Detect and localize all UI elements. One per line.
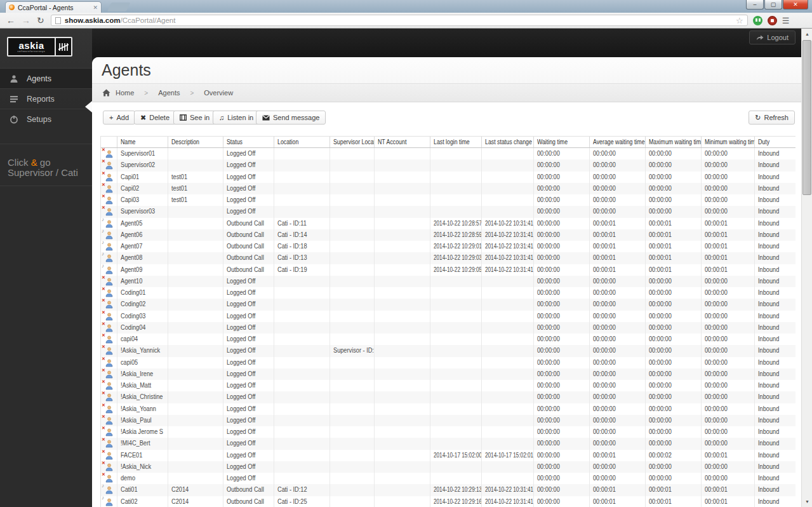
sidebar-item-setups[interactable]: Setups xyxy=(0,109,92,129)
cell-status: Outbound Call xyxy=(223,264,274,276)
table-row[interactable]: ✕ Coding02 Logged Off 00:00:00 00:00:00 … xyxy=(101,299,795,310)
url-bar[interactable]: show.askia.com/CcaPortal/Agent ☆ xyxy=(51,15,748,26)
browser-tab[interactable]: CcaPortal - Agents ✕ xyxy=(5,1,102,13)
table-row[interactable]: ✕ !Askia_Nick Logged Off 00:00:00 00:00:… xyxy=(101,461,795,473)
tab-close-icon[interactable]: ✕ xyxy=(93,4,98,11)
see-in-button[interactable]: See in xyxy=(173,111,216,125)
header-cell[interactable]: Last login time xyxy=(430,137,483,147)
table-row[interactable]: ✕ Capi02 test01 Logged Off 00:00:00 00:0… xyxy=(101,183,795,194)
table-row[interactable]: ✕ capi05 Logged Off 00:00:00 00:00:00 00… xyxy=(101,357,795,368)
cell-waiting-time: 00:00:00 xyxy=(534,461,590,473)
bookmark-star-icon[interactable]: ☆ xyxy=(736,16,743,25)
cell-maximum-waiting-time: 00:00:01 xyxy=(646,252,702,264)
cell-average-waiting-time: 00:00:00 xyxy=(590,461,646,473)
table-row[interactable]: ♪ Agent06 Outbound Call Cati - ID:14 201… xyxy=(101,229,795,241)
cell-nt-account xyxy=(375,450,430,461)
table-row[interactable]: ✕ !Askia Jerome S Logged Off 00:00:00 00… xyxy=(101,426,795,438)
refresh-button[interactable]: ↻ Refresh xyxy=(749,111,795,125)
cell-icon: ✕ xyxy=(101,334,117,345)
extension-green-icon[interactable] xyxy=(753,16,762,25)
cell-average-waiting-time: 00:00:01 xyxy=(590,241,646,252)
table-row[interactable]: ✕ Coding03 Logged Off 00:00:00 00:00:00 … xyxy=(101,311,795,322)
add-button[interactable]: + Add xyxy=(103,111,135,125)
send-message-button[interactable]: Send message xyxy=(256,111,326,125)
breadcrumb-item-agents[interactable]: Agents xyxy=(158,89,180,97)
header-cell[interactable]: Description xyxy=(168,137,223,147)
table-row[interactable]: ✕ Supervisor03 Logged Off 00:00:00 00:00… xyxy=(101,206,795,217)
header-cell[interactable] xyxy=(101,137,117,147)
header-cell[interactable]: Minimum waiting time xyxy=(702,137,755,147)
header-cell[interactable]: Location xyxy=(274,137,330,147)
forward-button[interactable]: → xyxy=(22,15,30,25)
table-row[interactable]: ✕ Capi01 test01 Logged Off 00:00:00 00:0… xyxy=(101,172,795,183)
cell-last-status-change xyxy=(482,380,534,391)
table-row[interactable]: ♪ Agent07 Outbound Call Cati - ID:18 201… xyxy=(101,241,795,252)
table-row[interactable]: ♪ Agent05 Outbound Call Cati - ID:11 201… xyxy=(101,218,795,229)
browser-refresh-button[interactable]: ↻ xyxy=(37,15,44,25)
cell-name: !Askia_Yannick xyxy=(117,345,168,356)
header-cell[interactable]: Maximum waiting time xyxy=(646,137,702,147)
table-row[interactable]: ✕ !Askia_Christine Logged Off 00:00:00 0… xyxy=(101,391,795,403)
scrollbar[interactable]: ▲ ▼ xyxy=(801,29,812,507)
scroll-down-button[interactable]: ▼ xyxy=(802,496,812,507)
close-button[interactable]: ✕ xyxy=(783,0,808,10)
extension-red-icon[interactable] xyxy=(768,16,777,25)
table-row[interactable]: ✕ !Askia_Paul Logged Off 00:00:00 00:00:… xyxy=(101,415,795,426)
table-row[interactable]: ♪ Cati02 C2014 Outbound Call Cati - ID:2… xyxy=(101,496,795,507)
cell-waiting-time: 00:00:00 xyxy=(534,368,590,380)
table-row[interactable]: ✕ !Askia_Yoann Logged Off 00:00:00 00:00… xyxy=(101,403,795,415)
table-row[interactable]: ✕ Supervisor02 Logged Off 00:00:00 00:00… xyxy=(101,159,795,171)
cell-duty: Inbound xyxy=(755,159,795,171)
table-row[interactable]: ✕ Supervisor01 Logged Off 00:00:00 00:00… xyxy=(101,148,795,159)
table-row[interactable]: ✕ !Askia_Matt Logged Off 00:00:00 00:00:… xyxy=(101,380,795,391)
cell-name: !Askia_Matt xyxy=(117,380,168,391)
header-cell[interactable]: Last status change xyxy=(482,137,534,147)
cell-status: Logged Off xyxy=(223,159,274,171)
table-row[interactable]: ✕ Agent10 Logged Off 00:00:00 00:00:00 0… xyxy=(101,276,795,287)
header-cell[interactable]: Status xyxy=(223,137,274,147)
table-row[interactable]: ✕ Capi03 test01 Logged Off 00:00:00 00:0… xyxy=(101,194,795,206)
cell-nt-account xyxy=(375,172,430,183)
sidebar-item-agents[interactable]: Agents xyxy=(0,68,92,88)
cell-name: capi04 xyxy=(117,334,168,345)
table-row[interactable]: ✕ !Askia_Irene Logged Off 00:00:00 00:00… xyxy=(101,368,795,380)
header-cell[interactable]: Name xyxy=(117,137,168,147)
breadcrumb-item-home[interactable]: Home xyxy=(116,89,134,97)
home-icon[interactable] xyxy=(102,89,110,97)
table-row[interactable]: ✕ capi04 Logged Off 00:00:00 00:00:00 00… xyxy=(101,334,795,345)
scroll-up-button[interactable]: ▲ xyxy=(802,29,812,39)
delete-button[interactable]: ✖ Delete xyxy=(134,111,176,125)
cell-average-waiting-time: 00:00:01 xyxy=(590,252,646,264)
minimize-button[interactable]: – xyxy=(746,0,764,10)
header-cell[interactable]: Average waiting time xyxy=(590,137,646,147)
cell-minimum-waiting-time: 00:00:00 xyxy=(702,391,755,403)
table-row[interactable]: ♪ Agent09 Outbound Call Cati - ID:19 201… xyxy=(101,264,795,276)
table-row[interactable]: ✕ !Askia_Yannick Logged Off Supervisor -… xyxy=(101,345,795,356)
header-cell[interactable]: Waiting time xyxy=(534,137,590,147)
cell-maximum-waiting-time: 00:00:01 xyxy=(646,496,702,507)
table-row[interactable]: ✕ demo Logged Off 00:00:00 00:00:00 00:0… xyxy=(101,473,795,484)
header-cell[interactable]: NT Account xyxy=(375,137,430,147)
table-row[interactable]: ♪ Cati01 C2014 Outbound Call Cati - ID:1… xyxy=(101,484,795,496)
agent-status-icon: ✕ xyxy=(104,196,114,205)
browser-menu-button[interactable]: ☰ xyxy=(782,16,790,25)
table-row[interactable]: ✕ FACE01 Logged Off 2014-10-17 15:02:00 … xyxy=(101,450,795,461)
new-tab-button[interactable] xyxy=(107,3,131,11)
table-row[interactable]: ✕ !MI4C_Bert Logged Off 00:00:00 00:00:0… xyxy=(101,438,795,449)
table-row[interactable]: ♪ Agent08 Outbound Call Cati - ID:13 201… xyxy=(101,252,795,264)
maximize-button[interactable]: ▢ xyxy=(764,0,782,10)
listen-in-button[interactable]: ♫ Listen in xyxy=(213,111,260,125)
cell-description xyxy=(168,322,223,334)
scroll-thumb[interactable] xyxy=(802,40,811,195)
browser-toolbar: ← → ↻ show.askia.com/CcaPortal/Agent ☆ ☰ xyxy=(0,13,812,29)
logout-button[interactable]: Logout xyxy=(749,30,795,44)
back-button[interactable]: ← xyxy=(6,15,15,25)
sidebar-item-reports[interactable]: Reports xyxy=(0,88,92,109)
cell-duty: Inbound xyxy=(755,403,795,415)
table-row[interactable]: ✕ Coding04 Logged Off 00:00:00 00:00:00 … xyxy=(101,322,795,334)
cell-average-waiting-time: 00:00:00 xyxy=(590,345,646,356)
header-cell[interactable]: Duty xyxy=(755,137,795,147)
table-row[interactable]: ✕ Coding01 Logged Off 00:00:00 00:00:00 … xyxy=(101,287,795,299)
header-cell[interactable]: Supervisor Locati xyxy=(330,137,375,147)
cell-minimum-waiting-time: 00:00:00 xyxy=(702,172,755,183)
